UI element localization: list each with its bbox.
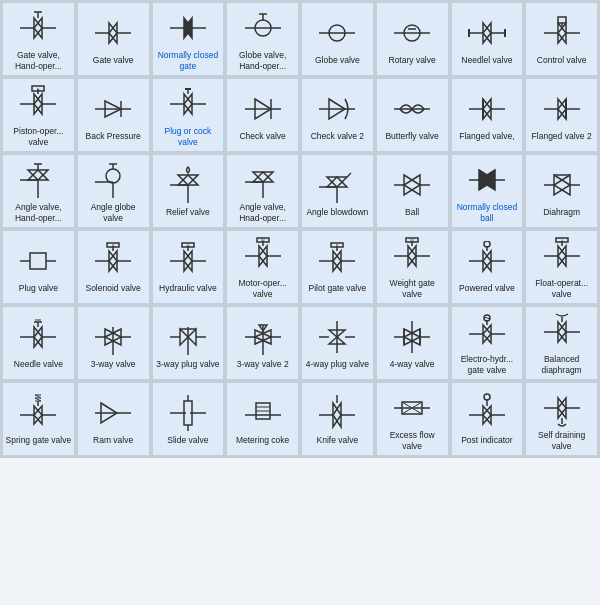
cell-balanced-diaphragm[interactable]: Balanced diaphragm <box>525 306 598 380</box>
label-angle-valve-hnad: Angle valve, Hnad-oper... <box>229 202 296 222</box>
svg-text:M: M <box>261 238 264 243</box>
cell-3way-valve-2[interactable]: 3-way valve 2 <box>226 306 299 380</box>
cell-piston-valve[interactable]: S Piston-oper... valve <box>2 78 75 152</box>
label-float-oper-valve: Float-operat... valve <box>528 278 595 298</box>
svg-marker-237 <box>558 398 566 418</box>
cell-pilot-gate-valve[interactable]: P Pilot gate valve <box>301 230 374 304</box>
svg-marker-194 <box>483 325 491 343</box>
symbol-needle-valve <box>16 317 60 357</box>
svg-text:S: S <box>112 243 115 248</box>
label-ram-valve: Ram valve <box>93 435 133 445</box>
cell-angle-globe[interactable]: Angle globe valve <box>77 154 150 228</box>
cell-angle-blowdown[interactable]: Angle blowdown <box>301 154 374 228</box>
cell-angle-valve-hand[interactable]: Angle valve, Hand-oper... <box>2 154 75 228</box>
cell-normally-closed-gate[interactable]: Normally closed gate <box>152 2 225 76</box>
cell-back-pressure[interactable]: Back Pressure <box>77 78 150 152</box>
symbol-flanged-valve <box>465 89 509 129</box>
cell-self-draining-valve[interactable]: Self draining valve <box>525 382 598 456</box>
symbol-excess-flow-valve <box>390 388 434 428</box>
cell-float-oper-valve[interactable]: # Float-operat... valve <box>525 230 598 304</box>
cell-spring-gate-valve[interactable]: Spring gate valve <box>2 382 75 456</box>
svg-marker-61 <box>483 99 491 119</box>
svg-marker-207 <box>34 406 42 424</box>
svg-marker-39 <box>34 94 42 114</box>
cell-gate-valve-hand[interactable]: Gate valve, Hand-oper... <box>2 2 75 76</box>
cell-motor-oper-valve[interactable]: M Motor-oper... valve <box>226 230 299 304</box>
svg-marker-66 <box>558 99 566 119</box>
cell-diaphragm[interactable]: Diahragm <box>525 154 598 228</box>
cell-plug-or-cock[interactable]: Plug or cock valve <box>152 78 225 152</box>
cell-weight-gate-valve[interactable]: W Weight gate valve <box>376 230 449 304</box>
label-rotary-valve: Rotary valve <box>389 55 436 65</box>
svg-marker-38 <box>34 94 42 114</box>
svg-marker-71 <box>28 170 48 180</box>
symbol-pilot-gate-valve: P <box>315 241 359 281</box>
cell-globe-valve[interactable]: Globe valve <box>301 2 374 76</box>
cell-powered-valve[interactable]: Powered valve <box>451 230 524 304</box>
cell-slide-valve[interactable]: Slide valve <box>152 382 225 456</box>
symbol-rotary-valve <box>390 13 434 53</box>
svg-marker-131 <box>333 251 341 271</box>
cell-knife-valve[interactable]: Knife valve <box>301 382 374 456</box>
cell-post-indicator[interactable]: Post indicator <box>451 382 524 456</box>
label-relief-valve: Relief valve <box>166 207 210 217</box>
symbol-angle-blowdown <box>315 165 359 205</box>
symbol-slide-valve <box>166 393 210 433</box>
symbol-back-pressure <box>91 89 135 129</box>
cell-control-valve[interactable]: Control valve <box>525 2 598 76</box>
cell-ram-valve[interactable]: Ram valve <box>77 382 150 456</box>
cell-electro-hydr-gate[interactable]: Electro-hydr... gate valve <box>451 306 524 380</box>
cell-4way-valve[interactable]: 4-way valve <box>376 306 449 380</box>
cell-butterfly-valve[interactable]: Butterfly valve <box>376 78 449 152</box>
cell-relief-valve[interactable]: Relief valve <box>152 154 225 228</box>
svg-marker-65 <box>558 99 566 119</box>
cell-angle-valve-hnad[interactable]: Angle valve, Hnad-oper... <box>226 154 299 228</box>
svg-line-198 <box>484 317 490 319</box>
label-normally-closed-ball: Normally closed ball <box>454 202 521 222</box>
svg-marker-171 <box>180 329 188 345</box>
cell-flanged-valve[interactable]: Flanged valve, <box>451 78 524 152</box>
svg-marker-172 <box>188 329 196 345</box>
svg-marker-223 <box>333 403 341 427</box>
cell-flanged-valve-2[interactable]: Flanged valve 2 <box>525 78 598 152</box>
cell-solenoid-valve[interactable]: S Solenoid valve <box>77 230 150 304</box>
cell-ball-valve[interactable]: Ball <box>376 154 449 228</box>
symbol-motor-oper-valve: M <box>241 236 285 276</box>
svg-rect-107 <box>30 253 46 269</box>
label-needle-valve: Needle valve <box>14 359 63 369</box>
label-piston-valve: Piston-oper... valve <box>5 126 72 146</box>
symbol-plug-valve <box>16 241 60 281</box>
label-back-pressure: Back Pressure <box>85 131 140 141</box>
svg-marker-195 <box>483 325 491 343</box>
cell-plug-valve[interactable]: Plug valve <box>2 230 75 304</box>
symbol-solenoid-valve: S <box>91 241 135 281</box>
label-check-valve-2: Check valve 2 <box>311 131 364 141</box>
label-check-valve: Check valve <box>239 131 285 141</box>
label-4way-valve: 4-way valve <box>390 359 435 369</box>
cell-rotary-valve[interactable]: Rotary valve <box>376 2 449 76</box>
cell-gate-valve[interactable]: Gate valve <box>77 2 150 76</box>
svg-marker-231 <box>483 406 491 424</box>
label-3way-valve: 3-way valve <box>91 359 136 369</box>
cell-3way-valve[interactable]: 3-way valve <box>77 306 150 380</box>
cell-normally-closed-ball[interactable]: Normally closed ball <box>451 154 524 228</box>
cell-metering-coke[interactable]: Metering coke <box>226 382 299 456</box>
cell-3way-plug-valve[interactable]: 3-way plug valve <box>152 306 225 380</box>
cell-excess-flow-valve[interactable]: Excess flow valve <box>376 382 449 456</box>
cell-hydraulic-valve[interactable]: H Hydraulic valve <box>152 230 225 304</box>
svg-rect-34 <box>558 17 566 23</box>
cell-needle-valve-flanged[interactable]: Needlel valve <box>451 2 524 76</box>
label-needle-valve-flanged: Needlel valve <box>461 55 512 65</box>
symbol-float-oper-valve: # <box>540 236 584 276</box>
label-weight-gate-valve: Weight gate valve <box>379 278 446 298</box>
cell-check-valve-2[interactable]: Check valve 2 <box>301 78 374 152</box>
cell-check-valve[interactable]: Check valve <box>226 78 299 152</box>
svg-marker-2 <box>34 18 42 38</box>
svg-marker-81 <box>178 175 198 185</box>
cell-globe-valve-hand[interactable]: Globe valve, Hand-oper... <box>226 2 299 76</box>
svg-marker-27 <box>483 23 491 43</box>
symbol-3way-valve <box>91 317 135 357</box>
cell-4way-plug-valve[interactable]: 4-way plug valve <box>301 306 374 380</box>
cell-needle-valve[interactable]: Needle valve <box>2 306 75 380</box>
svg-marker-151 <box>558 246 566 266</box>
